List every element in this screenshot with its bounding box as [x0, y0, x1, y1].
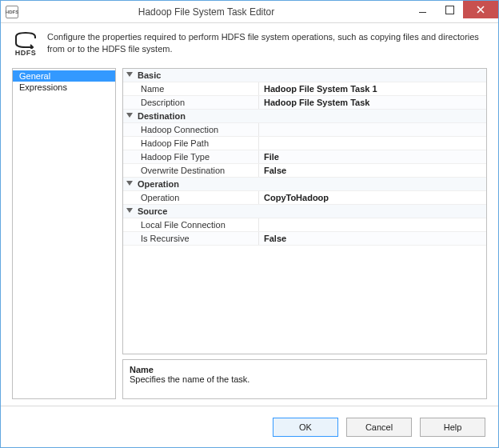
- maximize-button[interactable]: [436, 1, 463, 18]
- category-source[interactable]: Source: [123, 205, 486, 218]
- description-text: Specifies the name of the task.: [130, 374, 480, 384]
- prop-value[interactable]: False: [259, 164, 486, 177]
- grid-row[interactable]: Operation CopyToHadoop: [123, 191, 486, 205]
- prop-value[interactable]: [259, 123, 486, 136]
- description-panel: Name Specifies the name of the task.: [122, 359, 487, 399]
- ok-button[interactable]: OK: [273, 418, 338, 437]
- header: HDFS Configure the properties required t…: [1, 23, 498, 62]
- prop-value[interactable]: [259, 137, 486, 150]
- property-grid: Basic Name Hadoop File System Task 1 Des…: [122, 68, 487, 354]
- prop-value[interactable]: [259, 218, 486, 231]
- grid-row[interactable]: Local File Connection: [123, 218, 486, 232]
- grid-row[interactable]: Hadoop Connection: [123, 123, 486, 137]
- prop-label: Overwrite Destination: [123, 164, 259, 177]
- prop-value[interactable]: Hadoop File System Task 1: [259, 82, 486, 95]
- prop-value[interactable]: False: [259, 232, 486, 245]
- right-panel: Basic Name Hadoop File System Task 1 Des…: [122, 68, 487, 399]
- description-title: Name: [130, 365, 480, 374]
- minimize-button[interactable]: [409, 1, 436, 18]
- dialog-window: HDFS Hadoop File System Task Editor HDFS…: [0, 0, 499, 448]
- nav-item-expressions[interactable]: Expressions: [13, 82, 115, 93]
- grid-row[interactable]: Hadoop File Type File: [123, 150, 486, 164]
- help-button[interactable]: Help: [420, 418, 485, 437]
- prop-label: Hadoop File Type: [123, 150, 259, 163]
- database-arrow-icon: [14, 31, 38, 49]
- nav-item-general[interactable]: General: [13, 70, 115, 82]
- grid-row[interactable]: Is Recursive False: [123, 232, 486, 246]
- close-icon: [477, 6, 485, 14]
- nav-panel: General Expressions: [12, 68, 116, 399]
- logo-label: HDFS: [15, 49, 37, 57]
- cancel-button[interactable]: Cancel: [346, 418, 412, 437]
- prop-value[interactable]: File: [259, 150, 486, 163]
- prop-value[interactable]: CopyToHadoop: [259, 191, 486, 204]
- prop-value[interactable]: Hadoop File System Task: [259, 96, 486, 109]
- body: General Expressions Basic Name Hadoop Fi…: [1, 62, 498, 406]
- footer: OK Cancel Help: [1, 406, 498, 447]
- prop-label: Hadoop Connection: [123, 123, 259, 136]
- prop-label: Description: [123, 96, 259, 109]
- close-button[interactable]: [463, 1, 498, 18]
- header-description: Configure the properties required to per…: [47, 31, 487, 55]
- category-destination[interactable]: Destination: [123, 110, 486, 123]
- grid-row[interactable]: Description Hadoop File System Task: [123, 96, 486, 110]
- titlebar: HDFS Hadoop File System Task Editor: [1, 1, 498, 23]
- window-controls: [409, 1, 498, 22]
- hdfs-logo: HDFS: [12, 31, 39, 57]
- prop-label: Hadoop File Path: [123, 137, 259, 150]
- grid-row[interactable]: Hadoop File Path: [123, 137, 486, 150]
- category-operation[interactable]: Operation: [123, 178, 486, 191]
- window-title: Hadoop File System Task Editor: [4, 6, 409, 18]
- prop-label: Operation: [123, 191, 259, 204]
- grid-row[interactable]: Name Hadoop File System Task 1: [123, 82, 486, 96]
- prop-label: Is Recursive: [123, 232, 259, 245]
- prop-label: Local File Connection: [123, 218, 259, 231]
- prop-label: Name: [123, 82, 259, 95]
- category-basic[interactable]: Basic: [123, 69, 486, 82]
- grid-row[interactable]: Overwrite Destination False: [123, 164, 486, 178]
